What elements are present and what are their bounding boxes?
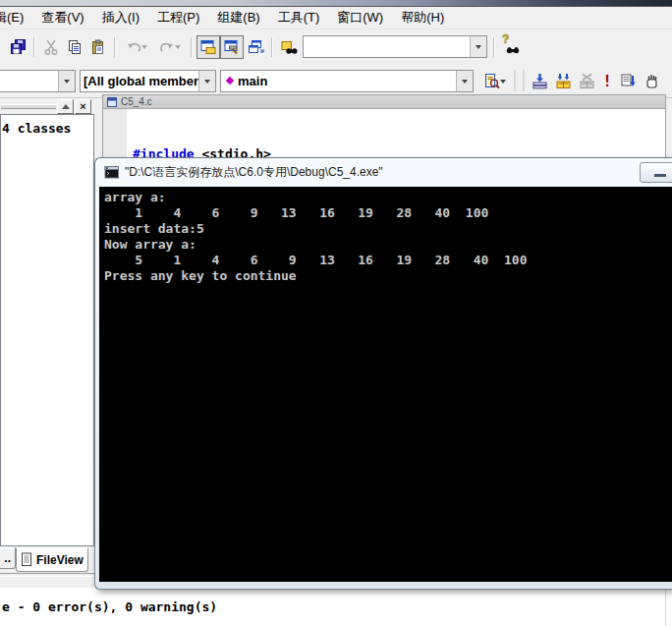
dropdown-arrow-icon — [462, 80, 468, 86]
document-icon — [21, 552, 33, 567]
dropdown-arrow-icon — [476, 45, 481, 52]
output-window-icon — [224, 39, 240, 55]
wizard-actions-button[interactable] — [477, 69, 511, 92]
redo-dropdown-arrow-icon[interactable] — [175, 45, 181, 52]
redo-button[interactable] — [153, 35, 187, 59]
menu-tools[interactable]: 工具(T) — [269, 7, 329, 28]
search-help-button[interactable]: ? — [501, 35, 525, 59]
toolbar-separator — [493, 37, 495, 57]
cut-button[interactable] — [39, 35, 63, 59]
execute-exclamation-icon: ! — [602, 72, 612, 90]
triangle-up-icon — [62, 100, 70, 109]
document-titlebar[interactable]: C5_4.c — [103, 95, 665, 109]
menu-help[interactable]: 帮助(H) — [392, 7, 453, 28]
minimize-button[interactable] — [640, 162, 672, 183]
vc6-ide-window: { "app": { "menu_items": ["辑(E)", "查看(V)… — [0, 0, 672, 626]
workspace-panel: × 4 classes .. FileView — [0, 98, 95, 574]
panel-divider — [0, 573, 94, 577]
console-titlebar[interactable]: "D:\C语言实例存放点\C6.0专用\Debug\C5_4.exe" — [96, 158, 672, 187]
compile-button[interactable] — [528, 69, 551, 92]
find-in-files-icon — [281, 39, 298, 55]
find-in-files-button[interactable] — [277, 35, 301, 59]
compile-icon — [532, 73, 548, 89]
console-line: 1 4 6 9 13 16 19 28 40 100 — [104, 205, 672, 221]
build-output-text: e - 0 error(s), 0 warning(s) — [0, 588, 672, 614]
function-combobox-dropdown[interactable] — [456, 71, 473, 91]
function-combobox[interactable]: main — [220, 70, 474, 92]
build-icon — [555, 73, 572, 89]
console-window[interactable]: "D:\C语言实例存放点\C6.0专用\Debug\C5_4.exe" arra… — [94, 157, 672, 590]
console-text: array a: 1 4 6 9 13 16 19 28 40 100inser… — [99, 187, 672, 284]
find-combobox-dropdown[interactable] — [470, 36, 486, 57]
menu-build[interactable]: 组建(B) — [208, 7, 268, 28]
find-combobox[interactable] — [303, 35, 487, 58]
workspace-docking-bar[interactable]: × — [0, 98, 95, 114]
breakpoint-button[interactable] — [640, 69, 663, 92]
tab-fileview[interactable]: FileView — [16, 547, 88, 572]
paste-icon — [90, 39, 106, 55]
menu-edit[interactable]: 辑(E) — [0, 7, 32, 28]
toolbar-separator — [191, 37, 193, 57]
toolbar-separator — [33, 37, 35, 57]
go-icon — [620, 73, 637, 89]
members-combobox[interactable]: [All global members — [80, 70, 216, 92]
output-scrollbar-edge — [665, 588, 666, 626]
document-title: C5_4.c — [121, 96, 152, 107]
menu-project[interactable]: 工程(P) — [148, 7, 208, 28]
console-line: Press any key to continue — [104, 268, 672, 284]
close-icon: × — [80, 102, 85, 111]
stop-build-button[interactable] — [575, 69, 598, 92]
workspace-expand-button[interactable] — [57, 99, 74, 114]
copy-button[interactable] — [63, 35, 86, 59]
members-combobox-dropdown[interactable] — [198, 71, 215, 91]
execute-button[interactable]: ! — [598, 69, 616, 92]
output-panel: e - 0 error(s), 0 warning(s) — [0, 588, 672, 626]
redo-icon — [159, 40, 175, 54]
tab-classview[interactable]: .. — [0, 547, 16, 569]
function-diamond-icon — [225, 76, 235, 85]
cascade-windows-button[interactable] — [244, 35, 267, 59]
workspace-close-button[interactable]: × — [75, 99, 91, 114]
save-all-icon — [10, 38, 27, 55]
class-combobox[interactable] — [0, 70, 76, 92]
dropdown-arrow-icon — [204, 80, 210, 86]
classview-tree[interactable]: 4 classes — [0, 114, 94, 546]
app-titlebar-sliver — [0, 0, 672, 7]
save-all-button[interactable] — [6, 35, 29, 59]
console-line: Now array a: — [104, 237, 672, 253]
undo-button[interactable] — [120, 35, 153, 59]
hand-icon — [644, 73, 660, 89]
console-icon — [104, 165, 120, 180]
classview-root-item[interactable]: 4 classes — [1, 115, 93, 136]
menu-view[interactable]: 查看(V) — [32, 7, 92, 28]
dropdown-arrow-icon — [64, 80, 70, 86]
tab-fileview-label: FileView — [36, 553, 84, 567]
workspace-tabs: .. FileView — [0, 547, 95, 574]
paste-button[interactable] — [86, 35, 110, 59]
wizard-bar: [All global members main — [0, 64, 672, 98]
output-toggle-button[interactable] — [220, 35, 244, 59]
console-line: array a: — [104, 190, 672, 205]
undo-dropdown-arrow-icon[interactable] — [141, 45, 147, 52]
standard-toolbar: ? — [0, 28, 672, 65]
console-line: 5 1 4 6 9 13 16 19 28 40 100 — [104, 253, 672, 268]
members-combobox-value[interactable]: [All global members — [81, 74, 198, 88]
minimize-icon — [654, 174, 666, 177]
wizard-dropdown-arrow-icon[interactable] — [500, 80, 506, 86]
console-client-area[interactable]: array a: 1 4 6 9 13 16 19 28 40 100inser… — [99, 187, 672, 582]
toolbar-grip[interactable] — [514, 70, 525, 91]
menu-insert[interactable]: 插入(I) — [93, 7, 148, 28]
wizard-icon — [483, 73, 500, 89]
class-combobox-dropdown[interactable] — [58, 71, 75, 91]
copy-icon — [67, 39, 83, 55]
console-title-text: "D:\C语言实例存放点\C6.0专用\Debug\C5_4.exe" — [125, 164, 383, 181]
build-button[interactable] — [551, 69, 575, 92]
docking-grip[interactable] — [1, 104, 56, 109]
function-combobox-value[interactable]: main — [235, 74, 456, 88]
workspace-window-icon — [200, 39, 216, 55]
workspace-toggle-button[interactable] — [196, 35, 220, 59]
undo-icon — [126, 40, 141, 54]
console-line: insert data:5 — [104, 221, 672, 237]
go-button[interactable] — [616, 69, 640, 92]
menu-window[interactable]: 窗口(W) — [328, 7, 392, 28]
